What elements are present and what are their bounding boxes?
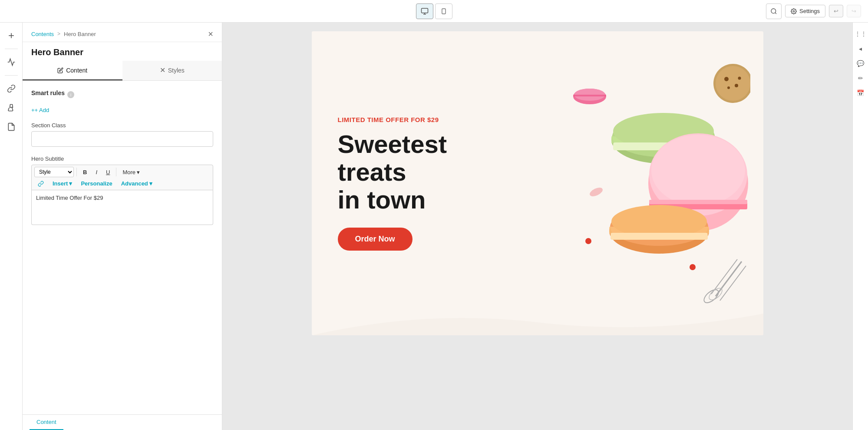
page-preview: LIMITED TIME OFFER FOR $29 Sweetest trea… <box>312 31 763 335</box>
advanced-chevron-icon: ▾ <box>149 180 152 187</box>
tab-content-label: Content <box>66 67 87 74</box>
bottom-tab-content[interactable]: Content <box>30 415 63 430</box>
hero-subtitle-label: Hero Subtitle <box>31 155 213 162</box>
breadcrumb-current: Hero Banner <box>64 31 96 37</box>
add-smart-rule-button[interactable]: + + Add <box>31 107 213 113</box>
macaron-svg <box>498 44 750 322</box>
breadcrumb-contents-link[interactable]: Contents <box>31 31 54 37</box>
more-label: More <box>122 169 135 175</box>
mobile-view-button[interactable] <box>435 3 452 19</box>
panel-content: Smart rules i + + Add Section Class Hero… <box>23 81 222 414</box>
svg-rect-28 <box>649 200 747 204</box>
toolbar-row-2: Insert ▾ Personalize Advanced ▾ <box>34 179 210 188</box>
hero-subtitle-textarea[interactable]: Limited Time Offer For $29 <box>31 190 213 225</box>
breadcrumb: Contents > Hero Banner <box>31 31 96 37</box>
hero-section: LIMITED TIME OFFER FOR $29 Sweetest trea… <box>312 31 763 335</box>
more-button[interactable]: More ▾ <box>119 168 143 177</box>
add-label: + Add <box>35 107 50 113</box>
tab-styles[interactable]: ✕ Styles <box>122 61 222 80</box>
search-button[interactable] <box>766 3 782 19</box>
personalize-button[interactable]: Personalize <box>77 179 116 188</box>
more-chevron-icon: ▾ <box>137 169 140 175</box>
hero-subtitle-text: Limited Time Offer For $29 <box>36 195 103 201</box>
svg-point-14 <box>716 66 750 101</box>
svg-rect-0 <box>421 8 428 13</box>
panel-header: Contents > Hero Banner × <box>23 23 222 42</box>
page-icon[interactable] <box>3 119 19 135</box>
smart-rules-label: Smart rules <box>31 89 65 96</box>
bold-button[interactable]: B <box>79 168 90 177</box>
close-panel-button[interactable]: × <box>208 30 213 38</box>
svg-point-26 <box>651 135 745 206</box>
device-switcher <box>416 3 452 19</box>
sidebar-divider-1 <box>5 49 18 49</box>
undo-button[interactable]: ↩ <box>829 5 843 17</box>
add-icon-text: + <box>31 107 35 113</box>
add-icon[interactable] <box>3 28 19 43</box>
right-icon-arrow[interactable]: ◂ <box>855 43 867 55</box>
link-icon[interactable] <box>3 81 19 96</box>
toolbar-sep-2 <box>116 168 116 176</box>
macaron-scene <box>498 44 750 322</box>
tab-content[interactable]: Content <box>23 61 122 80</box>
icon-sidebar <box>0 23 23 430</box>
right-icon-comment[interactable]: 💬 <box>855 57 867 69</box>
panel-bottom-bar: Content <box>23 414 222 430</box>
sidebar-divider-2 <box>5 75 18 76</box>
link-toolbar-button[interactable] <box>34 179 47 188</box>
advanced-label: Advanced <box>121 180 148 187</box>
hero-title: Sweetest treats in town <box>338 130 503 213</box>
svg-line-35 <box>716 261 742 296</box>
main-layout: Contents > Hero Banner × Hero Banner Con… <box>0 23 868 430</box>
right-icon-dots[interactable]: ⋮⋮ <box>855 28 867 40</box>
right-icon-pencil[interactable]: ✏ <box>855 72 867 84</box>
settings-label: Settings <box>799 8 820 14</box>
style-select[interactable]: Style Heading 1 Heading 2 Paragraph <box>34 167 74 177</box>
toolbar-sep-1 <box>76 168 77 176</box>
svg-point-17 <box>727 86 730 89</box>
svg-point-5 <box>771 9 776 13</box>
smart-rules-info-icon[interactable]: i <box>67 91 74 98</box>
hero-cta-button[interactable]: Order Now <box>338 228 413 251</box>
insert-label: Insert <box>53 180 68 187</box>
desktop-view-button[interactable] <box>416 3 433 19</box>
section-class-group: Section Class <box>31 122 213 147</box>
section-class-input[interactable] <box>31 131 213 147</box>
advanced-button[interactable]: Advanced ▾ <box>118 179 156 188</box>
svg-line-36 <box>720 266 746 301</box>
editor-panel: Contents > Hero Banner × Hero Banner Con… <box>23 23 222 430</box>
svg-rect-12 <box>573 95 606 96</box>
svg-line-6 <box>775 13 776 14</box>
rich-text-toolbar: Style Heading 1 Heading 2 Paragraph B I … <box>31 165 213 190</box>
flask-icon[interactable] <box>3 100 19 116</box>
svg-point-34 <box>588 186 604 198</box>
svg-line-37 <box>711 259 737 294</box>
svg-point-15 <box>724 77 729 81</box>
underline-button[interactable]: U <box>102 168 113 177</box>
analytics-icon[interactable] <box>3 54 19 70</box>
svg-rect-33 <box>611 233 708 240</box>
tab-styles-label: Styles <box>168 67 185 74</box>
breadcrumb-separator: > <box>57 31 60 37</box>
settings-button[interactable]: Settings <box>785 5 825 17</box>
hero-subtitle-group: Hero Subtitle Style Heading 1 Heading 2 … <box>31 155 213 225</box>
personalize-label: Personalize <box>81 180 112 187</box>
svg-point-16 <box>735 84 738 87</box>
top-bar: Settings ↩ ↪ <box>0 0 868 23</box>
insert-button[interactable]: Insert ▾ <box>49 179 76 188</box>
decorative-dot-1 <box>585 238 591 244</box>
redo-button[interactable]: ↪ <box>847 5 861 17</box>
toolbar-row-1: Style Heading 1 Heading 2 Paragraph B I … <box>34 167 210 177</box>
hero-content: LIMITED TIME OFFER FOR $29 Sweetest trea… <box>312 90 529 276</box>
top-bar-right: Settings ↩ ↪ <box>766 3 861 19</box>
hero-offer-text: LIMITED TIME OFFER FOR $29 <box>338 116 503 123</box>
svg-point-7 <box>793 10 795 12</box>
italic-button[interactable]: I <box>92 168 101 177</box>
right-panel: ⋮⋮ ◂ 💬 ✏ 📅 <box>852 23 868 430</box>
panel-tabs: Content ✕ Styles <box>23 61 222 81</box>
insert-chevron-icon: ▾ <box>69 180 72 187</box>
wave-svg <box>312 301 763 335</box>
smart-rules-section: Smart rules i <box>31 89 213 100</box>
right-icon-calendar[interactable]: 📅 <box>855 87 867 99</box>
svg-point-18 <box>738 77 741 80</box>
